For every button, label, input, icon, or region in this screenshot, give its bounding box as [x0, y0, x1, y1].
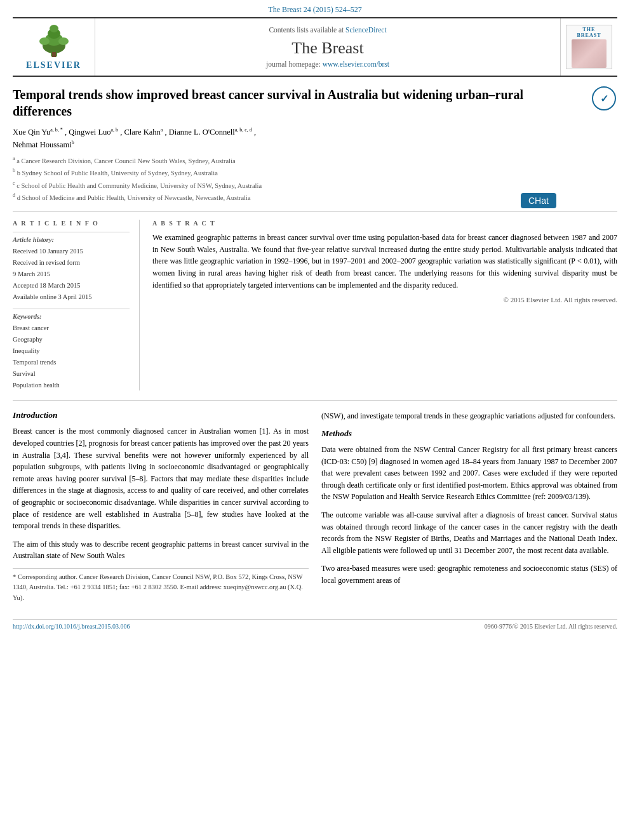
footer-bar: http://dx.doi.org/10.1016/j.breast.2015.… [13, 619, 617, 630]
journal-citation: The Breast 24 (2015) 524–527 [0, 0, 630, 17]
author-5: Nehmat Houssami [13, 140, 72, 149]
affiliation-b: b b Sydney School of Public Health, Univ… [13, 167, 582, 178]
keyword-3: Inequality [13, 345, 130, 357]
affiliations: a a Cancer Research Division, Cancer Cou… [13, 155, 582, 203]
abstract-text: We examined geographic patterns in breas… [152, 232, 617, 291]
affiliation-c: c c School of Public Health and Communit… [13, 180, 582, 191]
affiliation-d: d d School of Medicine and Public Health… [13, 192, 582, 203]
crossmark-badge[interactable]: ✓ [592, 86, 617, 112]
article-info-column: A R T I C L E I N F O Article history: R… [13, 220, 140, 390]
abstract-heading: A B S T R A C T [152, 220, 617, 227]
journal-homepage: journal homepage: www.elsevier.com/brst [266, 60, 389, 68]
intro-paragraph-1: Breast cancer is the most commonly diagn… [13, 425, 309, 531]
author-1: Xue Qin Yu [13, 128, 50, 137]
author-2: , Qingwei Luo [65, 128, 111, 137]
svg-point-5 [39, 37, 50, 45]
keyword-1: Breast cancer [13, 323, 130, 334]
homepage-link[interactable]: www.elsevier.com/brst [323, 60, 389, 68]
breast-logo-image [572, 39, 607, 68]
journal-citation-link[interactable]: The Breast 24 (2015) 524–527 [268, 5, 361, 14]
keyword-6: Population health [13, 380, 130, 391]
body-right-column: (NSW), and investigate temporal trends i… [321, 410, 617, 603]
intro-heading: Introduction [13, 410, 309, 420]
footnote: * Corresponding author. Cancer Research … [13, 568, 309, 603]
keyword-4: Temporal trends [13, 357, 130, 368]
crossmark-circle: ✓ [592, 86, 616, 110]
author-4-comma: , [254, 128, 256, 137]
body-left-column: Introduction Breast cancer is the most c… [13, 410, 309, 603]
author-4-sup: a, b, c, d [235, 127, 252, 133]
article-info-heading: A R T I C L E I N F O [13, 220, 130, 227]
info-abstract-section: A R T I C L E I N F O Article history: R… [13, 220, 617, 401]
methods-paragraph-3: Two area-based measures were used: geogr… [321, 563, 617, 586]
keyword-5: Survival [13, 368, 130, 380]
available-date: Available online 3 April 2015 [13, 291, 130, 303]
keywords-label: Keywords: [13, 313, 130, 320]
author-1-sup: a, b, * [50, 127, 63, 133]
article-body: Introduction Breast cancer is the most c… [13, 410, 617, 603]
abstract-copyright: © 2015 Elsevier Ltd. All rights reserved… [152, 296, 617, 303]
svg-point-6 [58, 37, 69, 45]
methods-heading: Methods [321, 429, 617, 439]
elsevier-logo-area: ELSEVIER [13, 18, 95, 76]
journal-name: The Breast [292, 39, 363, 58]
contents-available-text: Contents lists available at ScienceDirec… [269, 26, 386, 34]
intro-paragraph-2-cont: (NSW), and investigate temporal trends i… [321, 410, 617, 422]
received-revised-label: Received in revised form [13, 257, 130, 269]
article-history-block: Article history: Received 10 January 201… [13, 232, 130, 302]
elsevier-wordmark: ELSEVIER [26, 60, 81, 70]
affiliation-a: a a Cancer Research Division, Cancer Cou… [13, 155, 582, 166]
doi-link[interactable]: http://dx.doi.org/10.1016/j.breast.2015.… [13, 623, 130, 630]
svg-rect-7 [52, 52, 56, 57]
journal-title-area: Contents lists available at ScienceDirec… [95, 18, 560, 76]
author-5-sup: b [72, 140, 74, 145]
svg-point-4 [50, 25, 58, 32]
methods-paragraph-1: Data were obtained from the NSW Central … [321, 444, 617, 503]
sciencedirect-link[interactable]: ScienceDirect [345, 26, 387, 34]
keywords-block: Keywords: Breast cancer Geography Inequa… [13, 309, 130, 390]
article-history-label: Article history: [13, 236, 130, 243]
article-title-text: Temporal trends show improved breast can… [13, 86, 582, 204]
methods-paragraph-2: The outcome variable was all-cause survi… [321, 509, 617, 556]
revised-date: 9 March 2015 [13, 269, 130, 280]
author-3-sup: a [161, 127, 163, 133]
intro-paragraph-2: The aim of this study was to describe re… [13, 538, 309, 562]
breast-journal-logo: THEBREAST [566, 25, 612, 69]
journal-header: ELSEVIER Contents lists available at Sci… [13, 17, 617, 77]
abstract-section: A B S T R A C T We examined geographic p… [152, 220, 617, 390]
article-content: Temporal trends show improved breast can… [13, 77, 617, 613]
breast-journal-logo-area: THEBREAST [560, 18, 617, 76]
accepted-date: Accepted 18 March 2015 [13, 280, 130, 291]
chat-overlay-button[interactable]: CHat [521, 193, 556, 208]
received-date: Received 10 January 2015 [13, 246, 130, 257]
keyword-2: Geography [13, 334, 130, 345]
author-4: , Dianne L. O'Connell [164, 128, 234, 137]
elsevier-logo: ELSEVIER [26, 23, 81, 70]
elsevier-tree-icon [32, 23, 76, 58]
crossmark-icon: ✓ [600, 93, 608, 105]
issn-text: 0960-9776/© 2015 Elsevier Ltd. All right… [485, 623, 617, 630]
author-2-sup: a, b [111, 127, 119, 133]
authors-line: Xue Qin Yua, b, * , Qingwei Luoa, b , Cl… [13, 126, 582, 151]
breast-logo-text: THEBREAST [577, 27, 601, 38]
article-title: Temporal trends show improved breast can… [13, 86, 582, 119]
author-3: , Clare Kahn [120, 128, 161, 137]
